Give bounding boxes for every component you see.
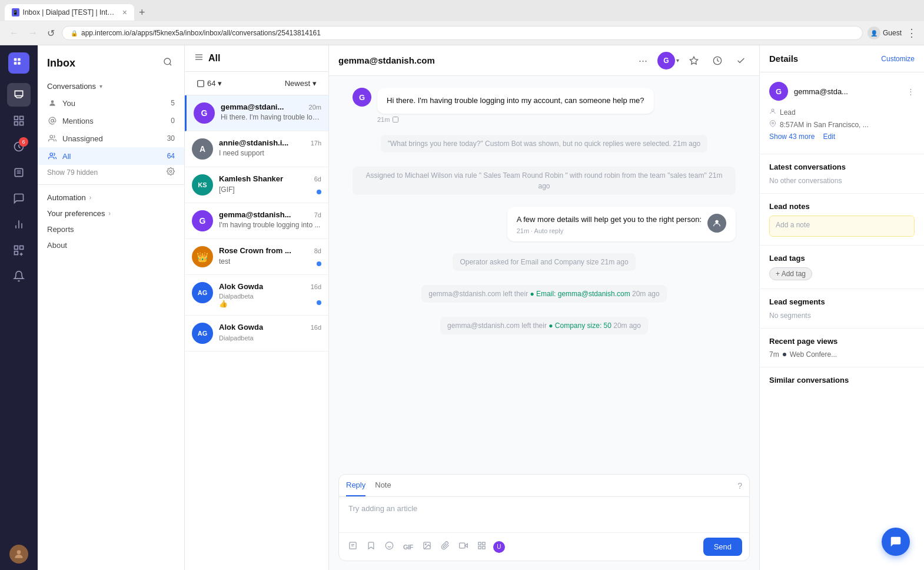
- conv-main-header: gemma@stdanish.com ⋯ G ▾: [329, 45, 759, 76]
- svg-rect-1: [18, 58, 21, 61]
- lead-tags-title: Lead tags: [769, 254, 915, 263]
- conv-preview-row-4: test: [219, 257, 321, 266]
- sidebar-you-item[interactable]: You 5: [38, 94, 184, 112]
- message-wrapper-0: Hi there. I'm having trouble logging int…: [377, 88, 654, 123]
- browser-more-btn[interactable]: ⋮: [906, 26, 917, 39]
- reports-label: Reports: [47, 225, 175, 234]
- sidebar-all-item[interactable]: All 64: [38, 147, 184, 165]
- rail-reports-icon[interactable]: [7, 109, 31, 132]
- conv-item-0[interactable]: G gemma@stdani... 20m Hi there. I'm havi…: [185, 95, 328, 131]
- recent-page-views-section: Recent page views 7m Web Confere...: [760, 329, 924, 367]
- reply-help-btn[interactable]: ?: [737, 481, 742, 491]
- format-btn[interactable]: [346, 540, 360, 554]
- profile-btn[interactable]: 👤 Guest: [868, 26, 902, 39]
- automation-chevron: ›: [89, 194, 91, 201]
- conv-sort-btn[interactable]: Newest ▾: [280, 77, 321, 90]
- conv-items: G gemma@stdani... 20m Hi there. I'm havi…: [185, 95, 328, 570]
- snooze-btn[interactable]: [709, 52, 726, 69]
- conv-item-2[interactable]: KS Kamlesh Shanker 6d [GIF]: [185, 167, 328, 203]
- svg-line-20: [169, 64, 171, 65]
- similar-conversations-title: Similar conversations: [769, 376, 849, 385]
- rail-user-avatar[interactable]: [9, 545, 28, 564]
- conv-item-5[interactable]: AG Alok Gowda 16d Dialpadbeta 👍: [185, 275, 328, 316]
- avatar-dropdown[interactable]: G ▾: [657, 52, 679, 69]
- sidebar-title: Inbox: [47, 57, 75, 69]
- tab-close-btn[interactable]: ×: [122, 8, 127, 17]
- conv-header-row-2: Kamlesh Shanker 6d: [219, 174, 321, 183]
- conversation-main: gemma@stdanish.com ⋯ G ▾ G: [329, 45, 759, 570]
- back-btn[interactable]: ←: [7, 26, 21, 39]
- show-hidden-btn[interactable]: Show 79 hidden: [47, 168, 98, 177]
- conv-preview-content-5: Dialpadbeta 👍: [219, 293, 254, 308]
- rail-articles-icon[interactable]: [7, 161, 31, 184]
- bot-message-content: A few more details will help get you to …: [517, 214, 702, 235]
- your-preferences-btn[interactable]: Your preferences ›: [38, 206, 184, 221]
- gif-btn[interactable]: GIF: [401, 542, 416, 552]
- attach-btn[interactable]: [438, 540, 452, 554]
- rail-routing-icon[interactable]: 6: [7, 135, 31, 158]
- svg-rect-47: [483, 546, 485, 549]
- resolve-btn[interactable]: [732, 52, 750, 69]
- emoji-btn[interactable]: [383, 540, 396, 554]
- svg-rect-4: [15, 117, 18, 120]
- apps-btn[interactable]: [475, 540, 488, 554]
- show-more-link[interactable]: Show 43 more: [769, 132, 815, 141]
- conv-item-1[interactable]: A annie@stdanish.i... 17h I need support: [185, 131, 328, 167]
- image-btn[interactable]: [420, 540, 434, 554]
- conv-item-4[interactable]: 👑 Rose Crown from ... 8d test: [185, 239, 328, 275]
- svg-rect-6: [15, 122, 18, 125]
- sidebar-mentions-item[interactable]: Mentions 0: [38, 112, 184, 130]
- automation-btn[interactable]: Automation ›: [38, 190, 184, 206]
- sidebar-reports-item[interactable]: Reports: [38, 221, 184, 237]
- lead-note-input[interactable]: Add a note: [769, 216, 915, 237]
- customize-btn[interactable]: Customize: [881, 55, 915, 63]
- send-btn[interactable]: Send: [703, 538, 742, 556]
- rail-notifications-icon[interactable]: [7, 264, 31, 288]
- forward-btn[interactable]: →: [26, 26, 40, 39]
- conv-filter-count: 64: [207, 79, 215, 88]
- video-btn[interactable]: [457, 540, 470, 554]
- no-other-conversations: No other conversations: [769, 177, 842, 185]
- chat-support-btn[interactable]: [882, 528, 910, 556]
- svg-point-18: [17, 550, 21, 554]
- active-tab[interactable]: 📱 Inbox | Dialpad [TEST] | Intercom ×: [5, 4, 134, 21]
- contact-more-btn[interactable]: ⋮: [907, 87, 915, 96]
- reply-input[interactable]: Try adding an article: [339, 497, 749, 532]
- lead-notes-title: Lead notes: [769, 202, 915, 211]
- svg-point-22: [51, 120, 54, 122]
- conv-item-6[interactable]: AG Alok Gowda 16d Dialpadbeta: [185, 316, 328, 352]
- new-tab-btn[interactable]: +: [137, 7, 148, 18]
- conv-item-3[interactable]: G gemma@stdanish... 7d I'm having troubl…: [185, 203, 328, 239]
- sidebar-about-item[interactable]: About: [38, 237, 184, 253]
- unassigned-label: Unassigned: [62, 134, 162, 143]
- conversations-section-btn[interactable]: Conversations ▾: [38, 78, 184, 94]
- bookmark-btn[interactable]: [364, 540, 378, 554]
- reload-btn[interactable]: ↺: [45, 26, 57, 40]
- add-tag-btn[interactable]: + Add tag: [769, 267, 812, 280]
- sidebar-unassigned-item[interactable]: Unassigned 30: [38, 130, 184, 147]
- notification-btn[interactable]: U: [493, 541, 505, 553]
- svg-point-37: [385, 542, 393, 549]
- settings-btn[interactable]: [167, 167, 175, 177]
- sidebar-search-btn[interactable]: [161, 55, 175, 71]
- rail-inbox-icon[interactable]: [7, 83, 31, 107]
- rail-add-icon[interactable]: [7, 238, 31, 262]
- reply-tab-reply[interactable]: Reply: [346, 475, 365, 496]
- conv-list-menu-icon[interactable]: [194, 52, 204, 64]
- edit-link[interactable]: Edit: [823, 132, 835, 141]
- more-options-btn[interactable]: ⋯: [634, 52, 652, 69]
- right-panel-header: Details Customize: [760, 45, 924, 72]
- url-bar[interactable]: 🔒 app.intercom.io/a/apps/f5knex5a/inbox/…: [62, 26, 863, 40]
- conv-content-5: Alok Gowda 16d Dialpadbeta 👍: [219, 282, 321, 308]
- latest-conversations-section: Latest conversations No other conversati…: [760, 154, 924, 194]
- conv-filter-btn[interactable]: 64 ▾: [192, 77, 227, 90]
- profile-label: Guest: [883, 29, 902, 37]
- contact-location-row: 8:57AM in San Francisco, ...: [769, 120, 915, 129]
- rail-analytics-icon[interactable]: [7, 213, 31, 236]
- conv-time-6: 16d: [311, 324, 321, 331]
- reply-tab-note[interactable]: Note: [375, 475, 391, 496]
- conv-avatar-6: AG: [192, 323, 213, 344]
- rail-messenger-icon[interactable]: [7, 187, 31, 210]
- star-btn[interactable]: [685, 52, 703, 69]
- left-sidebar: Inbox Conversations ▾ You 5 Mentions 0: [38, 45, 185, 570]
